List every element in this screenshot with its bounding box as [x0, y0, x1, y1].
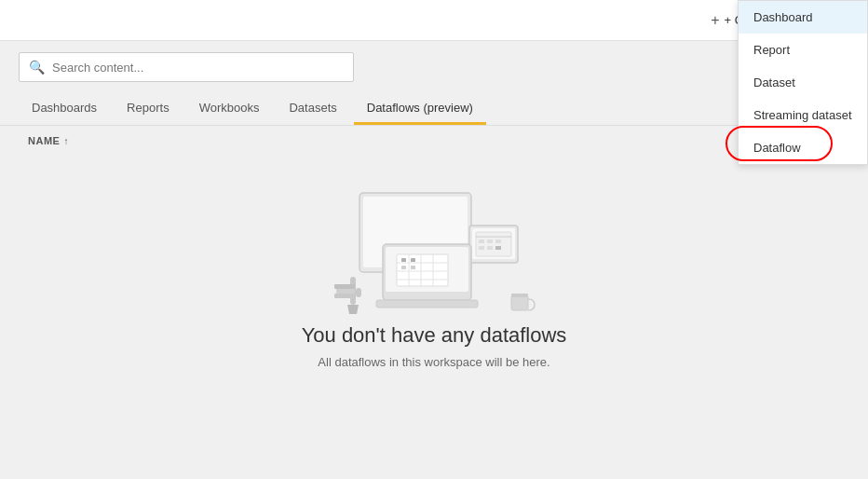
- dropdown-item-dataset[interactable]: Dataset: [739, 66, 867, 99]
- svg-rect-33: [334, 294, 355, 298]
- svg-rect-12: [487, 246, 493, 250]
- dropdown-item-streaming-dataset[interactable]: Streaming dataset: [739, 99, 867, 131]
- svg-rect-6: [476, 232, 511, 256]
- svg-rect-11: [479, 246, 484, 250]
- empty-state: You don't have any dataflows All dataflo…: [0, 156, 868, 369]
- tab-datasets[interactable]: Datasets: [276, 93, 349, 125]
- svg-rect-35: [334, 284, 355, 289]
- svg-rect-31: [511, 295, 528, 310]
- tab-workbooks[interactable]: Workbooks: [186, 93, 273, 125]
- dropdown-item-report[interactable]: Report: [739, 34, 867, 66]
- dropdown-item-dashboard[interactable]: Dashboard: [739, 1, 867, 34]
- empty-title: You don't have any dataflows: [302, 323, 567, 348]
- name-column-header: NAME ↑: [28, 135, 69, 146]
- plus-icon: +: [711, 12, 719, 29]
- search-input[interactable]: [52, 61, 344, 75]
- empty-subtitle: All dataflows in this workspace will be …: [318, 355, 549, 369]
- svg-rect-32: [511, 294, 528, 297]
- tab-dashboards[interactable]: Dashboards: [19, 93, 110, 125]
- svg-rect-24: [411, 258, 415, 262]
- svg-rect-9: [487, 240, 493, 243]
- svg-rect-30: [356, 288, 361, 297]
- svg-rect-25: [401, 266, 406, 269]
- search-bar: 🔍: [19, 52, 354, 82]
- sort-arrow-icon: ↑: [63, 136, 69, 146]
- tab-dataflows[interactable]: Dataflows (preview): [354, 93, 486, 125]
- search-icon: 🔍: [29, 60, 45, 75]
- dropdown-item-dataflow[interactable]: Dataflow: [739, 131, 867, 164]
- svg-rect-23: [401, 258, 406, 262]
- svg-rect-10: [495, 240, 501, 243]
- create-dropdown: Dashboard Report Dataset Streaming datas…: [738, 0, 868, 165]
- svg-rect-26: [411, 266, 415, 269]
- svg-rect-27: [376, 300, 478, 308]
- svg-rect-8: [479, 240, 484, 243]
- svg-rect-34: [336, 289, 355, 294]
- svg-rect-13: [495, 246, 501, 250]
- tab-reports[interactable]: Reports: [114, 93, 183, 125]
- main-content: You don't have any dataflows All dataflo…: [0, 156, 868, 369]
- empty-illustration: [332, 174, 536, 323]
